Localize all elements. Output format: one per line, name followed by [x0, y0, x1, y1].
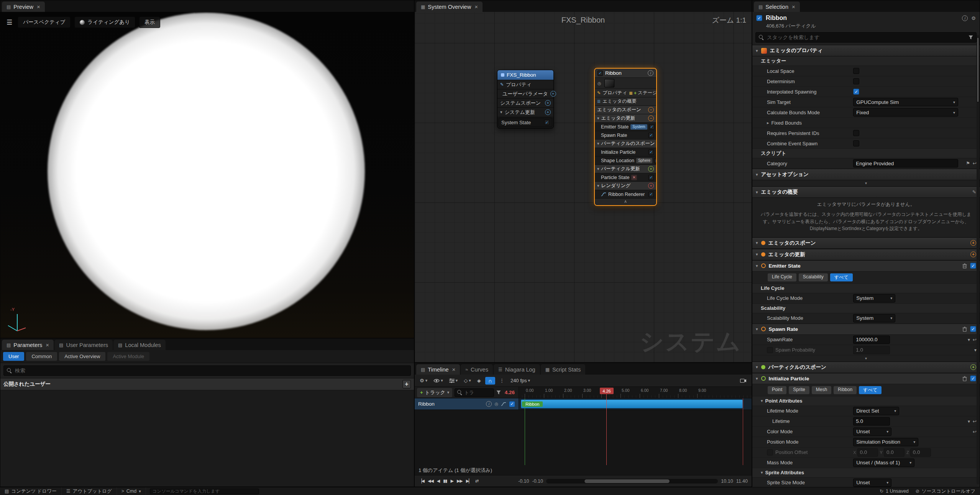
tab-preview[interactable]: ▤ Preview × [2, 2, 45, 12]
close-icon[interactable]: × [37, 3, 40, 10]
system-node-row-system-spawn[interactable]: システムスポーン + [497, 98, 553, 107]
emitter-node-header[interactable]: ✓ Ribbon i [595, 69, 656, 77]
reset-icon[interactable]: ↩ [973, 419, 977, 424]
system-node-header[interactable]: FXS_Ribbon [497, 70, 553, 80]
track-lane[interactable]: Ribbon [519, 398, 752, 409]
calculate-bounds-dropdown[interactable]: Fixed▾ [853, 108, 958, 117]
module-enabled-checkbox[interactable]: ✓ [648, 150, 654, 155]
viewport-menu-icon[interactable]: ☰ [5, 18, 14, 27]
reset-icon[interactable]: ↩ [973, 429, 977, 434]
add-module-button[interactable]: + [970, 240, 976, 246]
remove-module-button[interactable]: − [648, 107, 654, 113]
timeline-scrollbar[interactable] [546, 479, 718, 483]
tab-parameters[interactable]: ▤ Parameters × [2, 340, 54, 350]
system-node-row-system-state[interactable]: System State ✓ [499, 118, 552, 127]
emitter-clip[interactable]: Ribbon [521, 400, 743, 408]
scalability-mode-dropdown[interactable]: System▾ [853, 314, 895, 322]
reset-icon[interactable]: ↩ [973, 161, 977, 166]
camera-lock-icon[interactable] [738, 377, 749, 384]
determinism-checkbox[interactable] [853, 78, 859, 84]
subtab-active-overview[interactable]: Active Overview [59, 352, 105, 361]
play-reverse-button[interactable]: ◀ [437, 479, 440, 483]
life-cycle-mode-dropdown[interactable]: System▾ [853, 294, 895, 303]
filter-life-cycle[interactable]: Life Cycle [768, 273, 796, 281]
chevron-right-icon[interactable]: ▸ [767, 120, 769, 125]
emitter-node-ribbon[interactable]: ✓ Ribbon i ◎ ✎ プロパティ ▦ + ステージ [594, 68, 657, 206]
module-enabled-checkbox[interactable]: ✓ [648, 133, 654, 138]
close-icon[interactable]: × [452, 366, 456, 373]
output-log-button[interactable]: ☰ アウトプットログ [62, 487, 117, 495]
lifetime-mode-dropdown[interactable]: Direct Set▾ [853, 407, 899, 415]
system-node-row-properties[interactable]: ✎ プロパティ [497, 80, 553, 89]
category-input[interactable] [853, 159, 958, 168]
reset-icon[interactable]: ↩ [973, 337, 977, 342]
parameters-search[interactable] [3, 365, 411, 376]
filter-sprite[interactable]: Sprite [789, 386, 809, 394]
requires-ids-checkbox[interactable] [853, 130, 859, 136]
isolate-icon[interactable]: ◎ [494, 401, 498, 406]
system-node[interactable]: FXS_Ribbon ✎ プロパティ ユーザーパラメータ + システムスポーン … [497, 70, 554, 128]
track-search[interactable] [455, 388, 494, 397]
material-thumbnail[interactable] [604, 79, 614, 87]
timeline-scrollbar-thumb[interactable] [584, 479, 670, 483]
playback-options-icon[interactable]: ▾ [447, 377, 460, 384]
add-keyframe-icon[interactable]: ◈ [475, 377, 483, 385]
emitter-row-properties[interactable]: ✎ プロパティ ▦ + ステージ [595, 89, 656, 97]
close-icon[interactable]: × [792, 3, 795, 10]
sequencer-tools-icon[interactable]: ⚙▾ [418, 377, 429, 385]
emitter-row-summary[interactable]: ☰ エミッタの概要 [595, 97, 656, 105]
add-renderer-button[interactable]: + [648, 183, 654, 189]
pause-button[interactable]: ▮▮ [443, 479, 447, 483]
emitter-enabled-checkbox[interactable]: ✓ [756, 15, 762, 21]
emitter-row-particle-state[interactable]: Particle State ✕ ✓ [595, 173, 656, 181]
info-icon[interactable]: i [648, 70, 653, 76]
filter-icon[interactable] [496, 390, 501, 395]
source-control-button[interactable]: ⊘ ソースコントロールオフ [916, 488, 975, 495]
module-enabled-checkbox[interactable]: ✓ [970, 263, 976, 269]
spawn-rate-input[interactable] [853, 335, 890, 344]
emitter-row-emitter-state[interactable]: Emitter State System ✓ [595, 122, 656, 131]
gear-icon[interactable]: ⚙ [971, 15, 976, 21]
emitter-node-collapse[interactable]: ∧ [595, 198, 656, 205]
add-module-button[interactable]: + [970, 252, 976, 257]
track-enabled-checkbox[interactable]: ✓ [509, 401, 515, 407]
interpolated-spawning-checkbox[interactable]: ✓ [853, 89, 859, 95]
emitter-row-spawn-rate[interactable]: Spawn Rate ✓ [595, 131, 656, 139]
chevron-down-icon[interactable]: ▾ [968, 419, 970, 424]
section-emitter-properties[interactable]: ▾ エミッタのプロパティ [752, 45, 980, 56]
emitter-row-emitter-update[interactable]: ▾ エミッタの更新 − [595, 114, 656, 122]
position-mode-dropdown[interactable]: Simulation Position▾ [853, 438, 918, 446]
sim-target-dropdown[interactable]: GPUCompute Sim▾ [853, 98, 958, 106]
module-enabled-checkbox[interactable]: ✓ [648, 192, 654, 197]
visibility-options-icon[interactable]: ▾ [432, 377, 445, 384]
color-mode-dropdown[interactable]: Unset▾ [853, 428, 891, 436]
keyframe-options-icon[interactable]: ◇▾ [462, 377, 473, 385]
add-button[interactable]: + [550, 91, 556, 97]
curve-icon[interactable] [501, 402, 506, 406]
expander-row[interactable]: ▾ [752, 355, 980, 362]
content-drawer-button[interactable]: ▤ コンテンツ ドロワー [0, 487, 62, 495]
section-particle-spawn[interactable]: ▾ パーティクルのスポーン + [752, 362, 980, 373]
filter-scalability[interactable]: Scalability [799, 273, 828, 281]
selection-scrollbar-thumb[interactable] [977, 37, 979, 102]
module-enabled-checkbox[interactable]: ✓ [970, 326, 976, 332]
time-ruler[interactable]: 0.00 1.00 2.00 3.00 4.00 5.00 6.00 7.00 … [519, 387, 752, 398]
emitter-row-initialize-particle[interactable]: Initialize Particle ✓ [595, 148, 656, 156]
add-module-button[interactable]: + [970, 364, 976, 370]
published-users-header[interactable]: 公開されたユーザー + [0, 378, 414, 390]
remove-module-button[interactable]: − [648, 115, 654, 121]
module-enabled-checkbox[interactable]: ✓ [649, 124, 655, 130]
local-space-checkbox[interactable] [853, 68, 859, 74]
system-node-row-system-update[interactable]: ▾ システム更新 + [497, 107, 553, 117]
emitter-enabled-checkbox[interactable]: ✓ [598, 71, 603, 76]
tab-curves[interactable]: ≈ Curves [461, 364, 493, 375]
track-header[interactable]: Ribbon i ◎ ✓ [415, 398, 519, 409]
filter-point[interactable]: Point [768, 386, 786, 394]
flag-icon[interactable]: ⚑ [966, 161, 970, 166]
stack-search[interactable] [755, 32, 977, 43]
section-emitter-update[interactable]: ▾ エミッタの更新 + [752, 249, 980, 260]
section-emitter-spawn[interactable]: ▾ エミッタのスポーン + [752, 237, 980, 249]
emitter-row-particle-spawn[interactable]: ▾ パーティクルのスポーン + [595, 139, 656, 148]
add-button[interactable]: + [545, 109, 551, 115]
filter-all[interactable]: すべて [830, 273, 853, 281]
